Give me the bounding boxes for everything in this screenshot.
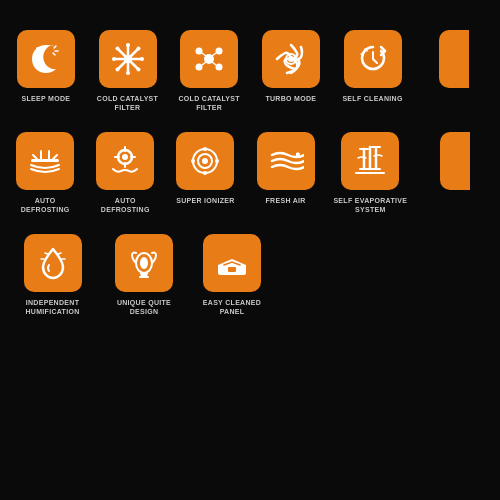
svg-point-6 [124,55,132,63]
self-cleaning-label: SELF CLEANING [342,94,402,103]
svg-rect-45 [228,267,236,272]
humification-label: INDEPENDENT HUMIFICATION [10,298,95,316]
quiet-design-icon [126,245,162,281]
svg-line-22 [202,62,206,65]
svg-point-17 [216,48,223,55]
self-evaporative-icon-box [341,132,399,190]
feature-row2-partial [420,132,490,196]
svg-point-9 [112,57,116,61]
feature-row-2: AUTO DEFROSTING AUTO DEFROSTING [10,132,490,214]
cold-catalyst-1-label: COLD CATALYST FILTER [92,94,164,112]
feature-row1-partial [418,30,490,94]
snowflake-flower-icon [110,41,146,77]
svg-point-11 [115,47,119,51]
svg-point-8 [126,71,130,75]
svg-line-21 [212,53,216,56]
self-clean-icon [355,41,391,77]
evaporative-icon [352,143,388,179]
turbo-icon [273,41,309,77]
feature-row-1: SLEEP MODE [10,30,490,112]
fresh-air-icon-box [257,132,315,190]
quiet-design-icon-box [115,234,173,292]
cold-catalyst-2-icon-box [180,30,238,88]
feature-self-evaporative[interactable]: SELF EVAPORATIVE SYSTEM [331,132,410,214]
humification-icon [35,245,71,281]
moon-icon [28,41,64,77]
svg-point-13 [136,47,140,51]
feature-unique-quite-design[interactable]: UNIQUE QUITE DESIGN [105,234,183,316]
svg-point-25 [288,56,294,62]
features-grid: SLEEP MODE [0,0,500,327]
feature-auto-defrosting-1[interactable]: AUTO DEFROSTING [10,132,80,214]
svg-point-36 [203,147,207,151]
svg-point-39 [215,159,219,163]
feature-sleep-mode[interactable]: SLEEP MODE [10,30,82,103]
super-ionizer-label: SUPER IONIZER [176,196,234,205]
auto-defrosting-2-icon-box [96,132,154,190]
svg-point-7 [126,43,130,47]
svg-line-23 [212,62,216,65]
partial-icon-box-2 [440,132,470,190]
svg-point-37 [203,171,207,175]
humification-icon-box [24,234,82,292]
partial-icon-box-1 [439,30,469,88]
svg-point-10 [140,57,144,61]
auto-defrosting-2-label: AUTO DEFROSTING [90,196,160,214]
defrost1-icon [27,143,63,179]
svg-point-43 [140,257,148,269]
self-evaporative-label: SELF EVAPORATIVE SYSTEM [331,196,410,214]
svg-point-14 [115,68,119,72]
fresh-air-icon [268,143,304,179]
fresh-air-label: FRESH AIR [266,196,306,205]
feature-independent-humification[interactable]: INDEPENDENT HUMIFICATION [10,234,95,316]
feature-easy-cleaned-panel[interactable]: EASY CLEANED PANEL [193,234,271,316]
svg-point-16 [196,48,203,55]
easy-cleaned-panel-label: EASY CLEANED PANEL [193,298,271,316]
svg-point-1 [33,54,35,56]
self-cleaning-icon-box [344,30,402,88]
svg-line-20 [202,53,206,56]
turbo-mode-label: TURBO MODE [265,94,316,103]
easy-cleaned-panel-icon-box [203,234,261,292]
cold-catalyst-1-icon-box [99,30,157,88]
auto-defrosting-1-label: AUTO DEFROSTING [10,196,80,214]
svg-point-19 [216,64,223,71]
feature-fresh-air[interactable]: FRESH AIR [251,132,321,205]
sleep-mode-label: SLEEP MODE [21,94,70,103]
feature-cold-catalyst-2[interactable]: COLD CATALYST FILTER [173,30,245,112]
ionizer-icon [187,143,223,179]
quiet-design-label: UNIQUE QUITE DESIGN [105,298,183,316]
feature-row-3: INDEPENDENT HUMIFICATION UNIQUE QUITE DE… [10,234,490,316]
feature-self-cleaning[interactable]: SELF CLEANING [337,30,409,103]
svg-point-18 [196,64,203,71]
cold-catalyst-2-label: COLD CATALYST FILTER [173,94,245,112]
auto-defrosting-1-icon-box [16,132,74,190]
feature-turbo-mode[interactable]: TURBO MODE [255,30,327,103]
super-ionizer-icon-box [176,132,234,190]
molecule-icon [191,41,227,77]
feature-auto-defrosting-2[interactable]: AUTO DEFROSTING [90,132,160,214]
turbo-mode-icon-box [262,30,320,88]
sleep-mode-icon-box [17,30,75,88]
panel-icon [214,245,250,281]
svg-rect-26 [31,159,59,162]
svg-point-12 [136,68,140,72]
svg-point-38 [191,159,195,163]
svg-point-32 [122,154,128,160]
feature-super-ionizer[interactable]: SUPER IONIZER [170,132,240,205]
defrost2-icon [107,143,143,179]
svg-point-0 [36,47,40,51]
svg-point-35 [202,158,208,164]
feature-cold-catalyst-1[interactable]: COLD CATALYST FILTER [92,30,164,112]
